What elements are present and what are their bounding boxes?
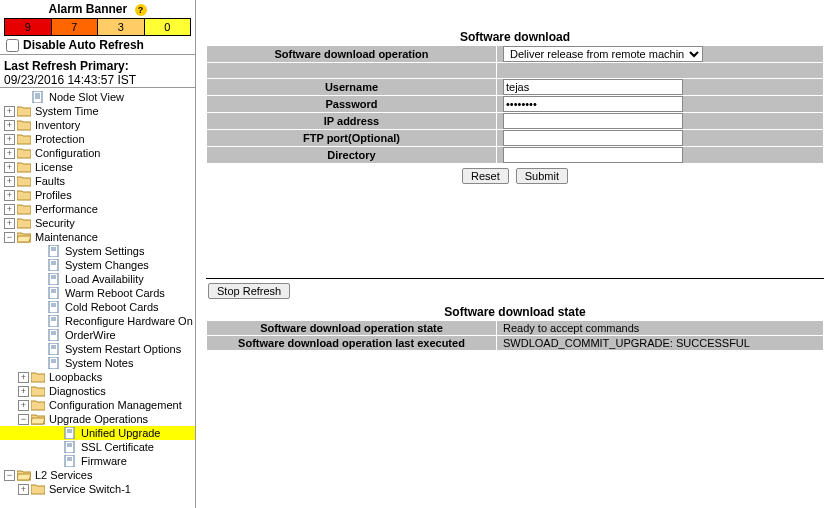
expand-icon[interactable]: + <box>4 176 15 187</box>
tree-label: System Settings <box>65 245 144 257</box>
tree-system-time[interactable]: + System Time <box>0 104 195 118</box>
folder-icon <box>17 147 31 159</box>
tree-configuration[interactable]: + Configuration <box>0 146 195 160</box>
directory-input[interactable] <box>503 147 683 163</box>
tree-system-settings[interactable]: System Settings <box>0 244 195 258</box>
tree-license[interactable]: + License <box>0 160 195 174</box>
tree-load-availability[interactable]: Load Availability <box>0 272 195 286</box>
tree-system-notes[interactable]: System Notes <box>0 356 195 370</box>
nav-tree: Node Slot View + System Time + Inventory… <box>0 87 195 498</box>
collapse-icon[interactable]: − <box>4 470 15 481</box>
expand-icon[interactable]: + <box>4 204 15 215</box>
tree-cold-reboot[interactable]: Cold Reboot Cards <box>0 300 195 314</box>
ftp-port-input[interactable] <box>503 130 683 146</box>
svg-rect-4 <box>49 245 58 257</box>
tree-upgrade-ops[interactable]: −Upgrade Operations <box>0 412 195 426</box>
stop-refresh-button[interactable]: Stop Refresh <box>208 283 290 299</box>
tree-ssl-certificate[interactable]: SSL Certificate <box>0 440 195 454</box>
submit-button[interactable]: Submit <box>516 168 568 184</box>
reset-button[interactable]: Reset <box>462 168 509 184</box>
tree-label: Performance <box>35 203 98 215</box>
tree-security[interactable]: + Security <box>0 216 195 230</box>
expand-icon[interactable]: + <box>4 190 15 201</box>
tree-config-mgmt[interactable]: +Configuration Management <box>0 398 195 412</box>
spacer-icon <box>50 456 61 467</box>
alarm-major[interactable]: 7 <box>52 19 99 35</box>
tree-label: Profiles <box>35 189 72 201</box>
tree-faults[interactable]: + Faults <box>0 174 195 188</box>
page-icon <box>63 455 77 467</box>
spacer-icon <box>34 344 45 355</box>
expand-icon[interactable]: + <box>4 148 15 159</box>
tree-maintenance[interactable]: − Maintenance <box>0 230 195 244</box>
tree-label: System Restart Options <box>65 343 181 355</box>
tree-reconfigure-hw[interactable]: Reconfigure Hardware On Card <box>0 314 195 328</box>
tree-firmware[interactable]: Firmware <box>0 454 195 468</box>
tree-label: Load Availability <box>65 273 144 285</box>
tree-warm-reboot[interactable]: Warm Reboot Cards <box>0 286 195 300</box>
folder-icon <box>17 119 31 131</box>
op-label: Software download operation <box>207 46 497 63</box>
disable-auto-refresh-checkbox[interactable] <box>6 39 19 52</box>
alarm-warning[interactable]: 0 <box>145 19 191 35</box>
collapse-icon[interactable]: − <box>4 232 15 243</box>
tree-loopbacks[interactable]: +Loopbacks <box>0 370 195 384</box>
operation-select[interactable]: Deliver release from remote machine <box>503 46 703 62</box>
spacer-icon <box>34 274 45 285</box>
tree-system-restart[interactable]: System Restart Options <box>0 342 195 356</box>
expand-icon[interactable]: + <box>4 162 15 173</box>
svg-rect-31 <box>65 427 74 439</box>
svg-rect-34 <box>65 441 74 453</box>
ip-input[interactable] <box>503 113 683 129</box>
tree-service-switch[interactable]: +Service Switch-1 <box>0 482 195 496</box>
svg-rect-16 <box>49 301 58 313</box>
folder-icon <box>17 105 31 117</box>
expand-icon[interactable]: + <box>18 372 29 383</box>
tree-orderwire[interactable]: OrderWire <box>0 328 195 342</box>
expand-icon[interactable]: + <box>18 386 29 397</box>
tree-diagnostics[interactable]: +Diagnostics <box>0 384 195 398</box>
spacer-icon <box>34 288 45 299</box>
alarm-critical[interactable]: 9 <box>5 19 52 35</box>
tree-label: Configuration <box>35 147 100 159</box>
password-input[interactable] <box>503 96 683 112</box>
tree-system-changes[interactable]: System Changes <box>0 258 195 272</box>
expand-icon[interactable]: + <box>4 134 15 145</box>
tree-node-slot-view[interactable]: Node Slot View <box>0 90 195 104</box>
spacer-icon <box>34 358 45 369</box>
form-buttons: Reset Submit <box>206 164 824 188</box>
page-icon <box>47 259 61 271</box>
folder-icon <box>17 203 31 215</box>
expand-icon[interactable]: + <box>4 106 15 117</box>
tree-label: OrderWire <box>65 329 116 341</box>
svg-rect-13 <box>49 287 58 299</box>
state-row1-value: Ready to accept commands <box>497 321 824 336</box>
expand-icon[interactable]: + <box>4 218 15 229</box>
tree-unified-upgrade[interactable]: Unified Upgrade <box>0 426 195 440</box>
folder-open-icon <box>17 469 31 481</box>
expand-icon[interactable]: + <box>4 120 15 131</box>
ip-label: IP address <box>207 113 497 130</box>
tree-label: System Time <box>35 105 99 117</box>
tree-protection[interactable]: + Protection <box>0 132 195 146</box>
sidebar: Alarm Banner ? 9 7 3 0 Disable Auto Refr… <box>0 0 196 508</box>
svg-rect-19 <box>49 315 58 327</box>
collapse-icon[interactable]: − <box>18 414 29 425</box>
alarm-minor[interactable]: 3 <box>98 19 145 35</box>
svg-rect-25 <box>49 343 58 355</box>
tree-inventory[interactable]: + Inventory <box>0 118 195 132</box>
expand-icon[interactable]: + <box>18 484 29 495</box>
tree-label: Service Switch-1 <box>49 483 131 495</box>
expand-icon[interactable]: + <box>18 400 29 411</box>
tree-label: Faults <box>35 175 65 187</box>
help-icon[interactable]: ? <box>135 4 147 16</box>
tree-l2-services[interactable]: −L2 Services <box>0 468 195 482</box>
page-icon <box>47 287 61 299</box>
software-download-title: Software download <box>206 30 824 44</box>
disable-auto-refresh[interactable]: Disable Auto Refresh <box>0 36 195 54</box>
state-row2-value: SWDLOAD_COMMIT_UPGRADE: SUCCESSFUL <box>497 336 824 351</box>
tree-performance[interactable]: + Performance <box>0 202 195 216</box>
username-input[interactable] <box>503 79 683 95</box>
tree-profiles[interactable]: + Profiles <box>0 188 195 202</box>
divider <box>206 278 824 279</box>
